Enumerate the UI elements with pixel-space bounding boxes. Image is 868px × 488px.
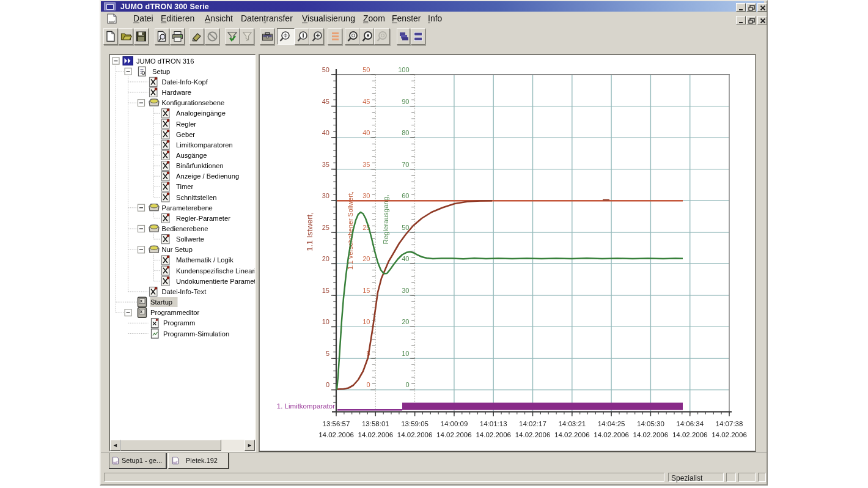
svg-text:14:07:38: 14:07:38 bbox=[716, 420, 743, 427]
svg-text:JUMO dTRON 316: JUMO dTRON 316 bbox=[136, 57, 194, 65]
svg-text:Binärfunktionen: Binärfunktionen bbox=[176, 162, 224, 169]
svg-text:Timer: Timer bbox=[176, 183, 193, 190]
svg-text:Programm: Programm bbox=[163, 319, 195, 327]
svg-text:80: 80 bbox=[402, 129, 409, 136]
svg-text:30: 30 bbox=[322, 192, 329, 199]
svg-text:1. Limitkomparator: 1. Limitkomparator bbox=[277, 402, 335, 410]
svg-text:10: 10 bbox=[402, 350, 409, 357]
svg-text:Geber: Geber bbox=[176, 131, 195, 138]
svg-text:Limitkomparatoren: Limitkomparatoren bbox=[176, 141, 233, 149]
svg-text:Mathematik / Logik: Mathematik / Logik bbox=[176, 256, 234, 264]
svg-text:0: 0 bbox=[366, 381, 370, 388]
svg-text:70: 70 bbox=[402, 161, 409, 168]
svg-text:45: 45 bbox=[362, 98, 370, 105]
svg-text:Nur Setup: Nur Setup bbox=[162, 246, 193, 253]
svg-text:10: 10 bbox=[362, 318, 370, 325]
svg-text:14.02.2006: 14.02.2006 bbox=[633, 431, 669, 438]
svg-text:100: 100 bbox=[398, 66, 409, 73]
svg-text:Schnittstellen: Schnittstellen bbox=[176, 194, 217, 201]
svg-text:Analogeingänge: Analogeingänge bbox=[176, 109, 226, 117]
svg-text:14.02.2006: 14.02.2006 bbox=[672, 431, 708, 438]
svg-text:20: 20 bbox=[402, 318, 409, 325]
svg-text:Programm-Simulation: Programm-Simulation bbox=[163, 330, 229, 338]
svg-text:0: 0 bbox=[326, 381, 329, 388]
svg-text:25: 25 bbox=[322, 224, 329, 231]
svg-text:14:01:13: 14:01:13 bbox=[480, 420, 507, 427]
svg-text:Regler-Parameter: Regler-Parameter bbox=[176, 215, 230, 222]
svg-text:Startup: Startup bbox=[150, 298, 172, 306]
svg-text:14:02:17: 14:02:17 bbox=[519, 420, 546, 427]
svg-text:Kundenspezifische Linearis: Kundenspezifische Linearis bbox=[176, 267, 255, 275]
svg-text:Ausgänge: Ausgänge bbox=[176, 152, 207, 159]
svg-text:14.02.2006: 14.02.2006 bbox=[515, 431, 551, 438]
svg-text:Bedienerebene: Bedienerebene bbox=[162, 225, 208, 232]
svg-text:15: 15 bbox=[322, 287, 329, 294]
svg-text:0: 0 bbox=[405, 381, 409, 388]
svg-text:13:58:01: 13:58:01 bbox=[362, 420, 389, 427]
svg-text:10: 10 bbox=[322, 318, 329, 325]
svg-text:Konfigurationsebene: Konfigurationsebene bbox=[162, 99, 225, 106]
svg-text:14:00:09: 14:00:09 bbox=[441, 420, 468, 427]
svg-text:Parameterebene: Parameterebene bbox=[162, 204, 213, 212]
svg-text:Undokumentierte Parameter: Undokumentierte Parameter bbox=[176, 278, 255, 285]
svg-text:Hardware: Hardware bbox=[162, 89, 192, 96]
svg-text:35: 35 bbox=[362, 161, 370, 168]
svg-text:50: 50 bbox=[322, 66, 329, 73]
svg-text:13:56:57: 13:56:57 bbox=[323, 420, 350, 427]
svg-text:14.02.2006: 14.02.2006 bbox=[318, 431, 354, 438]
svg-text:40: 40 bbox=[362, 129, 370, 136]
svg-text:30: 30 bbox=[362, 192, 370, 199]
svg-text:35: 35 bbox=[322, 161, 329, 168]
svg-text:90: 90 bbox=[402, 98, 409, 105]
svg-text:Sollwerte: Sollwerte bbox=[176, 235, 204, 243]
svg-text:13:59:05: 13:59:05 bbox=[401, 420, 428, 427]
svg-text:Anzeige / Bedienung: Anzeige / Bedienung bbox=[176, 172, 239, 180]
svg-text:14.02.2006: 14.02.2006 bbox=[594, 431, 629, 438]
svg-text:14.02.2006: 14.02.2006 bbox=[712, 431, 747, 438]
svg-text:15: 15 bbox=[362, 287, 370, 294]
svg-text:14:06:34: 14:06:34 bbox=[676, 420, 704, 427]
svg-text:45: 45 bbox=[322, 98, 329, 105]
svg-text:20: 20 bbox=[322, 255, 329, 262]
svg-text:40: 40 bbox=[322, 129, 329, 136]
svg-text:14:04:25: 14:04:25 bbox=[598, 420, 625, 427]
svg-text:14.02.2006: 14.02.2006 bbox=[397, 431, 433, 438]
svg-text:20: 20 bbox=[362, 255, 370, 262]
svg-text:14.02.2006: 14.02.2006 bbox=[436, 431, 472, 438]
svg-text:Datei-Info-Kopf: Datei-Info-Kopf bbox=[162, 78, 208, 86]
svg-text:30: 30 bbox=[402, 287, 409, 294]
svg-text:1.1 Istwert,: 1.1 Istwert, bbox=[305, 212, 314, 251]
svg-text:50: 50 bbox=[402, 224, 409, 231]
svg-text:14.02.2006: 14.02.2006 bbox=[476, 431, 511, 438]
svg-text:Reglerausgang,: Reglerausgang, bbox=[382, 194, 389, 244]
svg-text:Programmeditor: Programmeditor bbox=[150, 309, 199, 316]
svg-text:Setup: Setup bbox=[152, 68, 170, 75]
svg-text:14.02.2006: 14.02.2006 bbox=[554, 431, 590, 438]
svg-text:14:03:21: 14:03:21 bbox=[558, 420, 586, 427]
svg-text:Datei-Info-Text: Datei-Info-Text bbox=[162, 288, 207, 295]
svg-text:60: 60 bbox=[402, 192, 409, 199]
svg-text:40: 40 bbox=[402, 255, 409, 262]
svg-text:50: 50 bbox=[362, 66, 370, 73]
svg-text:Regler: Regler bbox=[176, 120, 196, 128]
svg-text:14:05:30: 14:05:30 bbox=[637, 420, 664, 427]
svg-text:14.02.2006: 14.02.2006 bbox=[358, 431, 394, 438]
svg-text:5: 5 bbox=[326, 350, 329, 357]
